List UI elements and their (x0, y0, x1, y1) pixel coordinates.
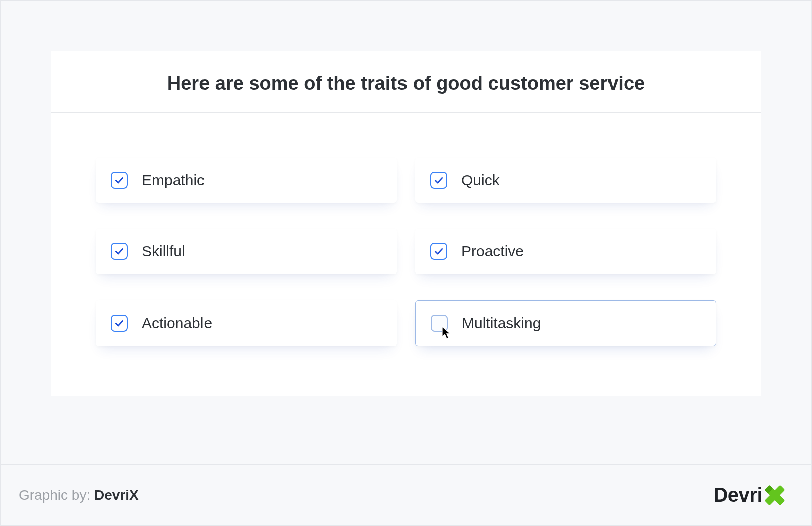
trait-item[interactable]: Proactive (415, 229, 716, 274)
trait-item[interactable]: Actionable (96, 300, 397, 346)
trait-item[interactable]: Quick (415, 158, 716, 203)
trait-item[interactable]: Multitasking (415, 300, 716, 346)
card-body: EmpathicQuickSkillfulProactiveActionable… (51, 113, 761, 396)
card-title: Here are some of the traits of good cust… (71, 73, 741, 94)
credit-prefix: Graphic by: (19, 487, 94, 503)
logo-text: Devri (713, 484, 762, 506)
trait-item[interactable]: Skillful (96, 229, 397, 274)
trait-label: Empathic (142, 172, 205, 189)
checkbox-checked-icon[interactable] (111, 243, 128, 260)
traits-card: Here are some of the traits of good cust… (51, 51, 761, 396)
trait-item[interactable]: Empathic (96, 158, 397, 203)
footer: Graphic by: DevriX Devri (1, 464, 811, 525)
main-area: Here are some of the traits of good cust… (1, 1, 811, 464)
checkbox-unchecked-icon[interactable] (431, 315, 448, 332)
credit-line: Graphic by: DevriX (19, 487, 139, 503)
checkbox-checked-icon[interactable] (111, 315, 128, 332)
brand-logo: Devri (713, 480, 789, 511)
card-header: Here are some of the traits of good cust… (51, 51, 761, 113)
graphic-frame: Here are some of the traits of good cust… (0, 0, 812, 526)
trait-label: Proactive (461, 243, 524, 260)
checkbox-checked-icon[interactable] (430, 172, 447, 189)
trait-label: Actionable (142, 315, 212, 332)
credit-brand: DevriX (94, 487, 139, 503)
trait-label: Quick (461, 172, 500, 189)
logo-x-icon (760, 481, 789, 512)
trait-label: Multitasking (462, 315, 541, 332)
checkbox-checked-icon[interactable] (430, 243, 447, 260)
trait-label: Skillful (142, 243, 185, 260)
traits-grid: EmpathicQuickSkillfulProactiveActionable… (96, 158, 716, 346)
checkbox-checked-icon[interactable] (111, 172, 128, 189)
